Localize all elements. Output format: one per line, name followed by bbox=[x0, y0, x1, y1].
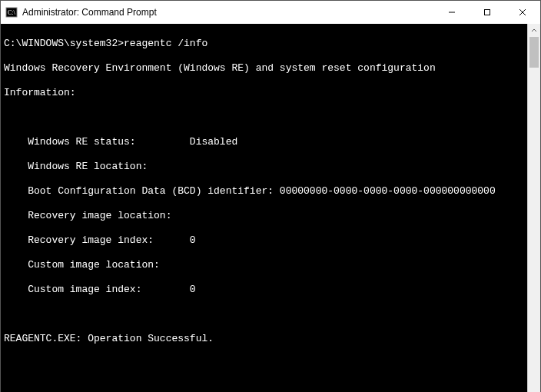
scrollbar-thumb[interactable] bbox=[529, 37, 539, 68]
operation-successful: REAGENTC.EXE: Operation Successful. bbox=[4, 333, 524, 345]
svg-text:C:\: C:\ bbox=[8, 9, 16, 16]
info-custom-image-index: Custom image index: 0 bbox=[4, 284, 524, 296]
output-line: Information: bbox=[4, 87, 524, 99]
minimize-button[interactable] bbox=[434, 1, 470, 24]
info-re-status: Windows RE status: Disabled bbox=[4, 136, 524, 148]
close-button[interactable] bbox=[505, 1, 540, 24]
content-area: C:\WINDOWS\system32>reagentc /info Windo… bbox=[1, 24, 540, 392]
window-title: Administrator: Command Prompt bbox=[22, 7, 157, 18]
scroll-up-button[interactable] bbox=[528, 24, 540, 37]
blank-line bbox=[4, 382, 524, 392]
output-line: Windows Recovery Environment (Windows RE… bbox=[4, 62, 524, 75]
blank-line bbox=[4, 357, 524, 370]
svg-rect-3 bbox=[485, 10, 490, 15]
info-re-location: Windows RE location: bbox=[4, 161, 524, 173]
info-recovery-image-index: Recovery image index: 0 bbox=[4, 234, 524, 247]
blank-line bbox=[4, 308, 524, 321]
command-text: reagentc /info bbox=[124, 38, 207, 49]
command-prompt-window: C:\ Administrator: Command Prompt C:\WIN… bbox=[0, 0, 541, 392]
info-bcd: Boot Configuration Data (BCD) identifier… bbox=[4, 185, 524, 198]
vertical-scrollbar[interactable] bbox=[527, 24, 540, 392]
blank-line bbox=[4, 111, 524, 124]
scrollbar-track[interactable] bbox=[528, 37, 540, 392]
cmd-icon: C:\ bbox=[5, 6, 18, 18]
terminal-output[interactable]: C:\WINDOWS\system32>reagentc /info Windo… bbox=[1, 24, 527, 392]
info-custom-image-location: Custom image location: bbox=[4, 259, 524, 271]
info-recovery-image-location: Recovery image location: bbox=[4, 210, 524, 222]
prompt-text: C:\WINDOWS\system32> bbox=[4, 38, 124, 49]
maximize-button[interactable] bbox=[470, 1, 505, 24]
titlebar[interactable]: C:\ Administrator: Command Prompt bbox=[1, 1, 540, 24]
